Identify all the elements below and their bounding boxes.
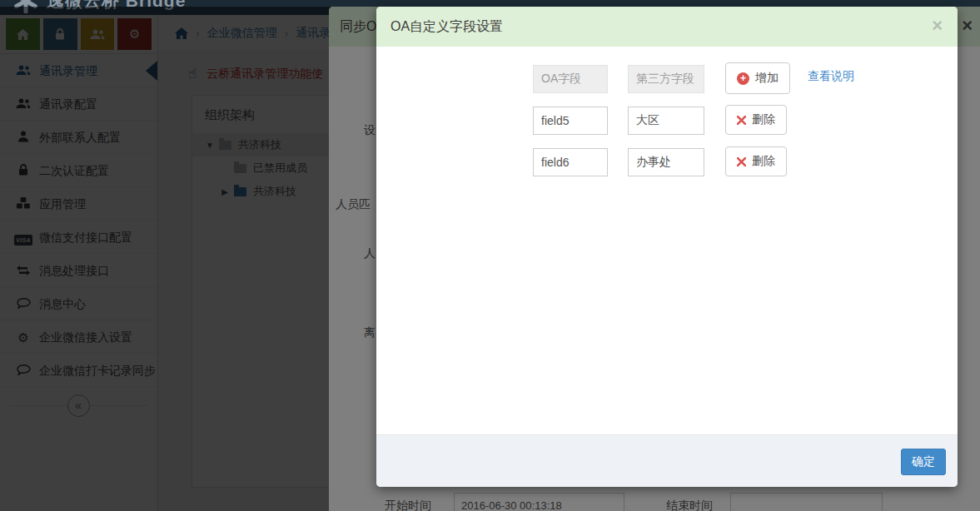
oa-field-input[interactable]: [533, 148, 608, 176]
third-party-field-input[interactable]: [628, 107, 704, 135]
plus-circle-icon: [737, 72, 749, 85]
close-icon[interactable]: ×: [932, 15, 943, 37]
third-party-field-input[interactable]: [628, 148, 704, 176]
modal-title: OA自定义字段设置: [376, 7, 958, 47]
add-button-label: 增加: [755, 71, 779, 86]
delete-x-icon: [737, 116, 746, 125]
delete-button-label: 删除: [752, 154, 775, 169]
modal-header: OA自定义字段设置 ×: [376, 7, 958, 47]
modal-body: 增加 查看说明 删除 删除: [376, 47, 958, 434]
delete-button[interactable]: 删除: [725, 105, 787, 135]
view-help-link[interactable]: 查看说明: [808, 69, 854, 84]
modal-footer: 确定: [376, 434, 958, 487]
add-button[interactable]: 增加: [725, 62, 790, 94]
delete-x-icon: [737, 157, 746, 166]
delete-button[interactable]: 删除: [725, 146, 787, 176]
third-party-column-header: [628, 65, 704, 93]
screen: 逸微云桥 Bridge ⚙ 通讯录管理 通讯录配置 外部联系人配置: [0, 0, 980, 511]
confirm-button[interactable]: 确定: [901, 449, 946, 475]
delete-button-label: 删除: [752, 112, 775, 127]
oa-field-input[interactable]: [533, 107, 608, 135]
oa-field-column-header: [533, 65, 608, 93]
oa-custom-field-modal: OA自定义字段设置 × 增加 查看说明 删除 删除: [376, 7, 958, 487]
